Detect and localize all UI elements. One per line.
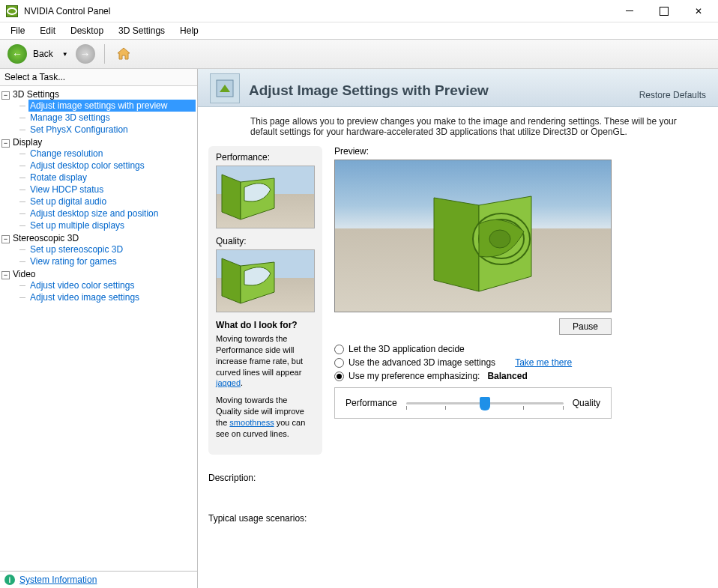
pause-button[interactable]: Pause <box>559 318 612 335</box>
toolbar: Back ▼ <box>0 39 718 69</box>
nvidia-app-icon <box>6 5 18 17</box>
smoothness-link[interactable]: smoothness <box>229 418 274 427</box>
close-button[interactable] <box>688 4 709 19</box>
minimize-button[interactable] <box>619 4 640 19</box>
image-settings-radio-group: Let the 3D application decide Use the ad… <box>334 342 612 383</box>
page-icon <box>210 73 240 103</box>
typical-usage-heading: Typical usage scenarios: <box>208 513 708 524</box>
quality-slider[interactable] <box>406 395 564 410</box>
maximize-button[interactable] <box>654 4 675 19</box>
slider-thumb[interactable] <box>480 397 490 410</box>
slider-right-label: Quality <box>573 398 600 408</box>
tree-group-3d: 3D Settings <box>13 89 59 100</box>
back-button[interactable] <box>7 44 27 64</box>
tree-toggle-3d[interactable]: − <box>1 91 10 100</box>
back-dropdown[interactable]: ▼ <box>58 51 73 58</box>
radio-app-decide[interactable] <box>334 345 344 354</box>
preview-column: Preview: Pause <box>334 146 708 455</box>
home-icon <box>116 46 131 61</box>
nvidia-logo-perf-icon <box>218 171 293 225</box>
radio-advanced[interactable] <box>334 358 344 368</box>
nvidia-logo-quality-icon <box>218 255 293 309</box>
quality-label: Quality: <box>216 236 315 246</box>
nvidia-logo-3d-icon <box>404 190 554 303</box>
radio-app-decide-label: Let the 3D application decide <box>349 344 465 354</box>
menu-edit[interactable]: Edit <box>32 24 63 37</box>
tree-item-color[interactable]: Adjust desktop color settings <box>28 160 196 172</box>
tree-group-video: Video <box>13 269 35 279</box>
forward-button[interactable] <box>76 44 95 64</box>
tree-toggle-display[interactable]: − <box>1 139 10 148</box>
task-tree: −3D Settings Adjust image settings with … <box>0 86 197 571</box>
quality-thumbnail <box>216 249 315 312</box>
tree-item-multiple-displays[interactable]: Set up multiple displays <box>28 219 196 231</box>
performance-description: Moving towards the Performance side will… <box>216 333 315 389</box>
radio-preference-label: Use my preference emphasizing: <box>349 371 480 381</box>
tree-item-audio[interactable]: Set up digital audio <box>28 196 196 207</box>
performance-thumbnail <box>216 166 315 228</box>
tree-toggle-stereo[interactable]: − <box>1 235 10 243</box>
page-title: Adjust Image Settings with Preview <box>249 82 639 103</box>
info-icon: i <box>4 575 15 585</box>
radio-preference[interactable] <box>334 372 344 381</box>
window-title: NVIDIA Control Panel <box>24 6 619 16</box>
quality-description: Moving towards the Quality side will imp… <box>216 395 315 439</box>
tree-item-adjust-image[interactable]: Adjust image settings with preview <box>28 100 196 112</box>
what-look-for-heading: What do I look for? <box>216 320 315 330</box>
tree-item-resolution[interactable]: Change resolution <box>28 148 196 160</box>
tree-item-game-rating[interactable]: View rating for games <box>28 255 196 267</box>
tree-item-size-position[interactable]: Adjust desktop size and position <box>28 207 196 219</box>
tree-group-display: Display <box>13 137 42 148</box>
tree-item-video-image[interactable]: Adjust video image settings <box>28 291 196 303</box>
tree-item-video-color[interactable]: Adjust video color settings <box>28 279 196 291</box>
sidebar-footer: i System Information <box>0 571 197 588</box>
preference-value: Balanced <box>487 371 527 381</box>
radio-advanced-label: Use the advanced 3D image settings <box>349 357 495 368</box>
main-header: Adjust Image Settings with Preview Resto… <box>198 69 718 107</box>
tree-item-rotate[interactable]: Rotate display <box>28 172 196 184</box>
info-column: Performance: Quality: What <box>208 146 322 455</box>
page-intro: This page allows you to preview changes … <box>198 107 718 146</box>
performance-label: Performance: <box>216 152 315 163</box>
sidebar: Select a Task... −3D Settings Adjust ima… <box>0 69 198 588</box>
menu-3d-settings[interactable]: 3D Settings <box>111 24 172 37</box>
restore-defaults-link[interactable]: Restore Defaults <box>639 90 706 103</box>
menubar: File Edit Desktop 3D Settings Help <box>0 22 718 39</box>
sidebar-header: Select a Task... <box>0 69 197 86</box>
toolbar-separator <box>104 44 105 64</box>
home-button[interactable] <box>114 44 133 64</box>
system-information-link[interactable]: System Information <box>19 575 97 585</box>
menu-desktop[interactable]: Desktop <box>63 24 111 37</box>
quality-slider-box: Performance Quality <box>334 387 612 419</box>
svg-point-3 <box>489 230 510 248</box>
preview-label: Preview: <box>334 146 708 157</box>
tree-toggle-video[interactable]: − <box>1 271 10 279</box>
tree-item-setup-stereo[interactable]: Set up stereoscopic 3D <box>28 243 196 255</box>
back-label: Back <box>33 49 53 59</box>
description-heading: Description: <box>208 473 708 483</box>
tree-group-stereo: Stereoscopic 3D <box>13 233 79 243</box>
slider-left-label: Performance <box>346 398 397 408</box>
tree-item-physx[interactable]: Set PhysX Configuration <box>28 124 196 136</box>
main-panel: Adjust Image Settings with Preview Resto… <box>198 69 718 588</box>
menu-file[interactable]: File <box>3 24 32 37</box>
jagged-link[interactable]: jagged <box>216 378 241 387</box>
menu-help[interactable]: Help <box>172 24 206 37</box>
tree-item-hdcp[interactable]: View HDCP status <box>28 184 196 196</box>
tree-item-manage-3d[interactable]: Manage 3D settings <box>28 112 196 124</box>
titlebar: NVIDIA Control Panel <box>0 0 718 22</box>
take-me-there-link[interactable]: Take me there <box>515 357 572 368</box>
preview-viewport <box>334 160 612 312</box>
